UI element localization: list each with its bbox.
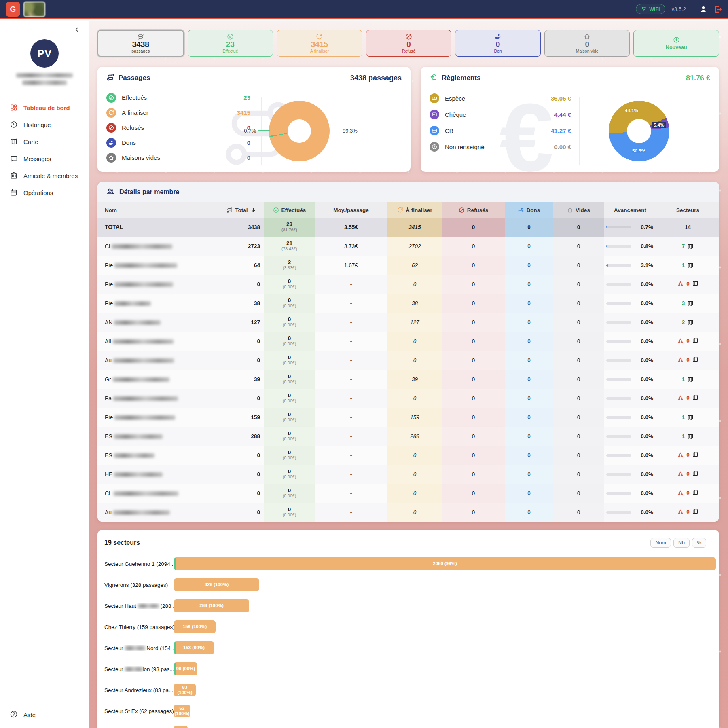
sort-button-pct[interactable]: % xyxy=(692,538,706,548)
member-row[interactable]: All00(0.00€)-00000.0%0 xyxy=(97,332,719,351)
sector-bar[interactable]: 159 (100%) xyxy=(174,620,216,633)
total-row[interactable]: TOTAL343823(81.76€)3.55€34150000.7%14 xyxy=(97,218,719,237)
sidebar-item-messages[interactable]: Messages xyxy=(0,150,89,167)
stat-card-passages[interactable]: 3438passages xyxy=(97,30,184,57)
cell-avancement: 0.0% xyxy=(604,275,656,294)
progress-bar xyxy=(606,283,631,286)
breakdown-row: Refusés0 xyxy=(97,120,250,135)
stat-card-refuse[interactable]: 0Refusé xyxy=(366,30,452,57)
member-name: AN xyxy=(105,319,112,326)
sector-bar[interactable]: 288 (100%) xyxy=(174,599,249,612)
check-icon xyxy=(106,93,116,103)
cell-moyenne: 1.67€ xyxy=(315,256,387,275)
stat-card-effectue[interactable]: 23Effectué xyxy=(188,30,273,57)
sidebar-item-label: Amicale & membres xyxy=(23,172,78,179)
sort-button-nom[interactable]: Nom xyxy=(650,538,671,548)
cell-avancement: 0.8% xyxy=(604,237,656,256)
cell-nom: Gr xyxy=(97,370,219,389)
member-row[interactable]: Pa00(0.00€)-00000.0%0 xyxy=(97,389,719,408)
avatar[interactable]: PV xyxy=(30,39,59,68)
column-header-moy[interactable]: Moy./passage xyxy=(315,202,387,218)
progress-bar xyxy=(606,435,631,438)
stat-card-label: passages xyxy=(131,49,150,53)
member-name: HE xyxy=(105,471,112,478)
member-row[interactable]: CL00(0.00€)-00000.0%0 xyxy=(97,484,719,503)
warning-icon xyxy=(677,280,684,287)
column-header-ref[interactable]: Refusés xyxy=(442,202,505,218)
column-header-label: Total xyxy=(235,207,248,213)
stat-card-don[interactable]: 0Don xyxy=(455,30,541,57)
sidebar-item-tableau-de-bord[interactable]: Tableau de bord xyxy=(0,99,89,116)
column-header-vides[interactable]: Vides xyxy=(553,202,604,218)
progress-bar xyxy=(606,302,631,305)
column-header-label: Vides xyxy=(576,207,590,213)
cell-moyenne: - xyxy=(315,332,387,351)
column-header-total[interactable]: Total xyxy=(219,202,264,218)
map-icon xyxy=(692,489,698,496)
column-header-dons[interactable]: Dons xyxy=(505,202,553,218)
cell-a-finaliser: 0 xyxy=(387,484,442,503)
stat-card-label: Nouveau xyxy=(666,44,687,50)
map-icon xyxy=(692,451,698,458)
app-logo[interactable]: G xyxy=(6,2,20,17)
sidebar-item-aide[interactable]: Aide xyxy=(0,709,89,721)
cell-avancement: 0.0% xyxy=(604,484,656,503)
stat-card-maison-vide[interactable]: 0Maison vide xyxy=(544,30,630,57)
stat-card-nouveau[interactable]: Nouveau xyxy=(633,30,719,57)
member-row[interactable]: Au00(0.00€)-00000.0%0 xyxy=(97,351,719,370)
sidebar-collapse-button[interactable] xyxy=(73,25,82,34)
sector-bar[interactable]: 153 (99%) xyxy=(174,641,214,654)
cell-nom: Pa xyxy=(97,389,219,408)
sector-bar[interactable]: 90 (96%) xyxy=(174,662,197,675)
column-header-eff[interactable]: Effectués xyxy=(264,202,315,218)
member-row[interactable]: Cl272321(78.43€)3.73€27020000.8%7 xyxy=(97,237,719,256)
sector-bar[interactable]: 328 (100%) xyxy=(174,578,259,591)
member-row[interactable]: Pie380(0.00€)-380000.0%3 xyxy=(97,294,719,313)
sector-label: Secteur St Ex (62 passages) xyxy=(104,708,174,714)
sector-bar[interactable]: 83 (100%) xyxy=(174,684,196,696)
member-row[interactable]: Gr390(0.00€)-390000.0%1 xyxy=(97,370,719,389)
progress-percent: 0.0% xyxy=(635,395,653,401)
member-row[interactable]: Au00(0.00€)-00000.0%0 xyxy=(97,503,719,522)
cell-nom: TOTAL xyxy=(97,218,219,237)
cell-secteurs: 0 xyxy=(656,389,719,408)
sectors-count: 1 xyxy=(682,262,685,268)
sector-label-redacted xyxy=(125,646,145,650)
member-row[interactable]: ES2880(0.00€)-2880000.0%1 xyxy=(97,427,719,446)
check-icon xyxy=(227,33,234,40)
logout-icon[interactable] xyxy=(713,5,722,14)
sidebar-item-carte[interactable]: Carte xyxy=(0,133,89,150)
column-header-av[interactable]: Avancement xyxy=(604,202,656,218)
column-header-sect[interactable]: Secteurs xyxy=(656,202,719,218)
sector-bar[interactable]: 2080 (99%) xyxy=(174,557,716,570)
column-header-nom[interactable]: Nom xyxy=(97,202,219,218)
stat-card-a-finaliser[interactable]: 3415À finaliser xyxy=(277,30,362,57)
passages-donut-chart xyxy=(269,101,330,161)
cell-a-finaliser: 0 xyxy=(387,503,442,522)
progress-bar xyxy=(606,245,631,248)
refresh-icon xyxy=(316,33,323,40)
sector-bar[interactable]: 44 (1 xyxy=(174,726,188,728)
cell-dons: 0 xyxy=(505,256,553,275)
users-icon xyxy=(106,187,114,197)
member-row[interactable]: Pie00(0.00€)-00000.0%0 xyxy=(97,275,719,294)
progress-bar xyxy=(606,416,631,419)
member-row[interactable]: AN1270(0.00€)-1270000.0%2 xyxy=(97,313,719,332)
member-row[interactable]: Pie1590(0.00€)-1590000.0%1 xyxy=(97,408,719,427)
donut-slice-label: 5.4% xyxy=(652,122,666,128)
cell-refuses: 0 xyxy=(442,389,505,408)
sector-bar[interactable]: 62 (100%) xyxy=(174,705,190,717)
column-header-afin[interactable]: À finaliser xyxy=(387,202,442,218)
sidebar-help-section: Aide xyxy=(0,701,89,728)
sidebar-item-operations[interactable]: Opérations xyxy=(0,184,89,201)
cell-total: 0 xyxy=(219,275,264,294)
sidebar-item-amicale-membres[interactable]: Amicale & membres xyxy=(0,167,89,184)
reglements-card: Règlements 81.76 € € Espèce36.05 €Chèque… xyxy=(421,67,719,172)
member-row[interactable]: ES00(0.00€)-00000.0%0 xyxy=(97,446,719,465)
user-icon[interactable] xyxy=(699,5,708,14)
member-row[interactable]: Pie642(3.33€)1.67€620003.1%1 xyxy=(97,256,719,275)
sort-button-nb[interactable]: Nb xyxy=(673,538,690,548)
member-row[interactable]: HE00(0.00€)-00000.0%0 xyxy=(97,465,719,484)
sidebar-item-historique[interactable]: Historique xyxy=(0,116,89,133)
organization-photo[interactable] xyxy=(23,2,45,17)
